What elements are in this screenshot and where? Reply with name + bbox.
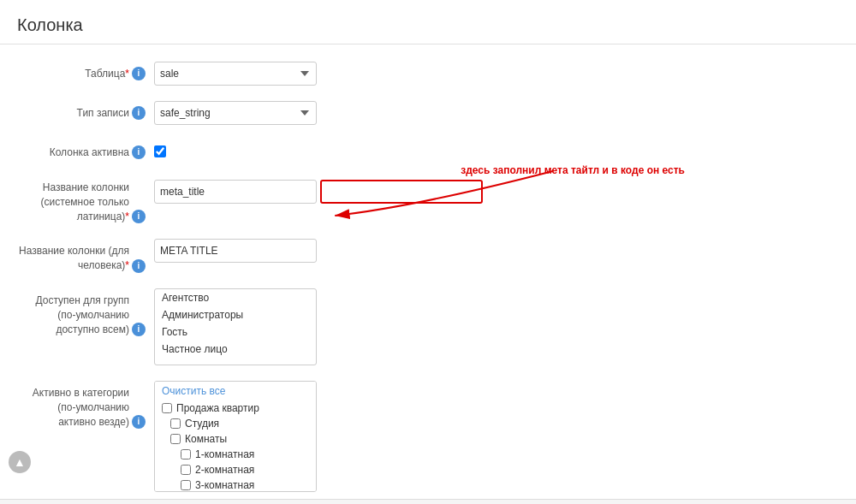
column-human-info-icon[interactable]: i: [132, 259, 146, 273]
categories-box: Очистить все Продажа квартир Студия Комн…: [154, 381, 317, 492]
list-item[interactable]: Студия: [155, 416, 316, 431]
table-label: Таблица* i: [17, 62, 154, 81]
category-checkbox[interactable]: [181, 465, 191, 475]
bottom-bar: [0, 499, 856, 504]
column-name-info-icon[interactable]: i: [132, 210, 146, 223]
scroll-up-button[interactable]: ▲: [9, 451, 31, 473]
clear-all-button[interactable]: Очистить все: [155, 382, 316, 400]
list-item[interactable]: Администраторы: [155, 306, 316, 323]
groups-control: Агентство Администраторы Гость Частное л…: [154, 288, 839, 365]
list-item[interactable]: 2-комнатная: [155, 462, 316, 477]
column-name-row: Название колонки (системное только латин…: [17, 175, 839, 223]
category-checkbox[interactable]: [181, 480, 191, 490]
groups-label: Доступен для групп (по-умолчанию доступн…: [17, 288, 154, 336]
column-name-input-second[interactable]: [320, 180, 483, 204]
table-control: sale: [154, 62, 839, 86]
category-checkbox[interactable]: [170, 434, 181, 444]
column-active-label: Колонка активна i: [17, 140, 154, 160]
record-type-row: Тип записи i safe_string: [17, 101, 839, 125]
table-select[interactable]: sale: [154, 62, 317, 86]
column-human-label: Название колонки (для человека)* i: [17, 239, 154, 273]
column-human-input[interactable]: [154, 239, 317, 263]
categories-control: Очистить все Продажа квартир Студия Комн…: [154, 381, 839, 492]
annotation-text: здесь заполнил мета тайтл и в коде он ес…: [461, 164, 685, 176]
list-item[interactable]: Частное лицо: [155, 341, 316, 358]
categories-row: Активно в категории (по-умолчанию активн…: [17, 381, 839, 492]
form-area: Таблица* i sale Тип записи i safe_stri: [0, 44, 856, 504]
page-wrapper: Колонка Таблица* i sale Тип записи i: [0, 0, 856, 504]
record-type-control: safe_string: [154, 101, 839, 125]
record-type-label: Тип записи i: [17, 101, 154, 121]
column-active-control: [154, 140, 839, 160]
column-human-row: Название колонки (для человека)* i: [17, 239, 839, 273]
table-row: Таблица* i sale: [17, 62, 839, 86]
column-human-control: [154, 239, 839, 263]
list-item[interactable]: Гость: [155, 323, 316, 341]
list-item[interactable]: 3-комнатная: [155, 477, 316, 492]
categories-label: Активно в категории (по-умолчанию активн…: [17, 381, 154, 429]
column-name-label: Название колонки (системное только латин…: [17, 175, 154, 223]
category-checkbox[interactable]: [181, 449, 191, 460]
record-type-select[interactable]: safe_string: [154, 101, 317, 125]
category-checkbox[interactable]: [170, 418, 181, 429]
column-active-checkbox[interactable]: [154, 145, 166, 157]
categories-info-icon[interactable]: i: [132, 415, 146, 429]
list-item[interactable]: 1-комнатная: [155, 447, 316, 462]
list-item[interactable]: Агентство: [155, 289, 316, 306]
category-checkbox[interactable]: [162, 403, 172, 413]
chevron-up-icon: ▲: [14, 455, 26, 469]
column-name-input[interactable]: [154, 180, 317, 204]
list-item[interactable]: Продажа квартир: [155, 400, 316, 416]
column-active-row: Колонка активна i: [17, 140, 839, 160]
groups-info-icon[interactable]: i: [132, 323, 146, 336]
groups-listbox: Агентство Администраторы Гость Частное л…: [154, 288, 317, 365]
table-info-icon[interactable]: i: [132, 67, 146, 80]
record-type-info-icon[interactable]: i: [132, 106, 146, 120]
column-active-info-icon[interactable]: i: [132, 145, 146, 159]
column-name-control: [154, 175, 839, 204]
page-title: Колонка: [0, 0, 856, 44]
groups-row: Доступен для групп (по-умолчанию доступн…: [17, 288, 839, 365]
list-item[interactable]: Комнаты: [155, 431, 316, 447]
